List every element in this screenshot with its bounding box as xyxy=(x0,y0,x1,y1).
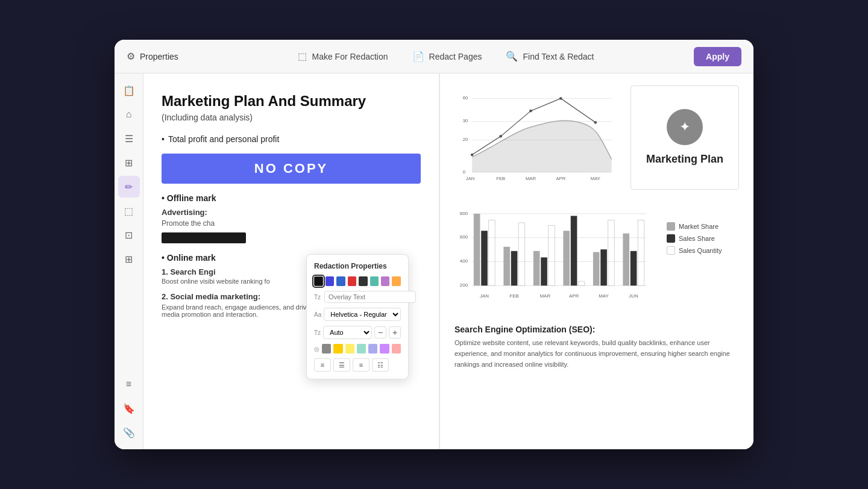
svg-text:APR: APR xyxy=(556,176,565,181)
svg-text:0: 0 xyxy=(463,169,465,175)
marketing-plan-icon-circle: ✦ xyxy=(667,109,703,145)
sidebar-item-layers[interactable]: ≡ xyxy=(118,373,140,395)
main-layout: 📋 ⌂ ☰ ⊞ ✏ ⬚ ⊡ ⊞ ≡ 🔖 📎 Marketing Plan And… xyxy=(115,73,753,449)
svg-text:MAY: MAY xyxy=(599,293,609,298)
sidebar-item-copy[interactable]: ⬚ xyxy=(118,200,140,222)
sidebar-item-redact[interactable]: ✏ xyxy=(118,176,140,198)
overlay-label-icon: Tz xyxy=(314,294,321,301)
sidebar-item-attach[interactable]: 📎 xyxy=(118,422,140,443)
black-redact-block xyxy=(162,232,246,243)
sidebar-item-list[interactable]: ☰ xyxy=(118,128,140,149)
svg-rect-43 xyxy=(638,220,644,285)
size-select[interactable]: Auto xyxy=(323,326,372,339)
svg-rect-40 xyxy=(608,220,615,285)
text-color-violet[interactable] xyxy=(380,344,389,354)
redact-pages-icon: 📄 xyxy=(412,51,424,62)
legend-sales-quantity: Sales Quantity xyxy=(667,246,739,255)
tab-redact-pages[interactable]: 📄 Redact Pages xyxy=(412,48,482,64)
text-color-pink[interactable] xyxy=(392,344,401,354)
svg-rect-28 xyxy=(489,220,495,285)
color-swatch-blue[interactable] xyxy=(336,276,345,286)
align-center-button[interactable]: ☰ xyxy=(333,358,350,372)
tab-make-redaction[interactable]: ⬚ Make For Redaction xyxy=(298,48,388,64)
sidebar-item-home[interactable]: ⌂ xyxy=(118,104,140,125)
properties-label: Properties xyxy=(140,52,178,61)
bar-chart-svg: 800 600 400 200 xyxy=(454,204,657,311)
size-label-icon: Tz xyxy=(314,329,321,336)
svg-rect-38 xyxy=(593,252,600,285)
color-swatch-blue-dark[interactable] xyxy=(326,276,334,286)
svg-text:800: 800 xyxy=(460,210,468,216)
svg-text:200: 200 xyxy=(460,282,468,288)
toolbar-actions: Apply xyxy=(669,47,741,66)
toolbar-left: ⚙ Properties xyxy=(127,51,223,62)
sidebar-item-bookmark[interactable]: 🔖 xyxy=(118,397,140,419)
marketing-plan-icon: ✦ xyxy=(679,119,690,135)
svg-rect-30 xyxy=(511,251,518,285)
overlay-row: Tz xyxy=(314,291,401,303)
sidebar-item-stamp[interactable]: ⊡ xyxy=(118,224,140,246)
legend-color-sales-share xyxy=(667,234,675,243)
advertising-text: Promote the cha xyxy=(162,219,421,228)
svg-point-11 xyxy=(559,97,562,100)
svg-text:APR: APR xyxy=(569,293,579,298)
svg-text:MAY: MAY xyxy=(591,176,600,181)
apply-button[interactable]: Apply xyxy=(694,47,741,66)
text-color-green[interactable] xyxy=(357,344,366,354)
svg-rect-32 xyxy=(533,251,540,285)
legend-market-share: Market Share xyxy=(667,222,739,231)
font-row: Aa Helvetica - Regular xyxy=(314,308,401,321)
svg-text:FEB: FEB xyxy=(496,176,505,181)
color-swatch-purple[interactable] xyxy=(381,276,389,286)
bar-chart-container: 800 600 400 200 xyxy=(454,204,657,313)
svg-text:MAR: MAR xyxy=(539,293,550,298)
sidebar-item-grid[interactable]: ⊞ xyxy=(118,152,140,173)
color-swatch-red[interactable] xyxy=(348,276,356,286)
tab-find-redact[interactable]: 🔍 Find Text & Redact xyxy=(506,48,594,64)
align-justify-button[interactable]: ☷ xyxy=(372,358,389,372)
seo-section: Search Engine Optimization (SEO): Optimi… xyxy=(454,325,739,370)
app-window: ⚙ Properties ⬚ Make For Redaction 📄 Reda… xyxy=(115,40,753,449)
line-chart-svg: 60 30 20 0 xyxy=(454,86,621,187)
svg-point-8 xyxy=(471,154,474,157)
marketing-plan-box: ✦ Marketing Plan xyxy=(631,86,739,190)
doc-subtitle: (Including data analysis) xyxy=(162,113,421,122)
seo-title: Search Engine Optimization (SEO): xyxy=(454,325,739,334)
properties-icon: ⚙ xyxy=(127,51,135,62)
size-decrease-button[interactable]: − xyxy=(374,326,386,338)
svg-rect-33 xyxy=(541,257,547,285)
size-increase-button[interactable]: + xyxy=(389,326,401,338)
sidebar-item-document[interactable]: 📋 xyxy=(118,79,140,101)
svg-rect-37 xyxy=(578,281,585,285)
svg-rect-39 xyxy=(600,249,607,285)
legend-color-market-share xyxy=(667,222,675,231)
popup-title: Redaction Properties xyxy=(314,262,401,270)
font-select[interactable]: Helvetica - Regular xyxy=(324,308,401,321)
legend-color-sales-quantity xyxy=(667,246,675,255)
color-swatch-orange[interactable] xyxy=(392,276,400,286)
svg-point-10 xyxy=(529,110,532,113)
content-area: Marketing Plan And Summary (Including da… xyxy=(143,73,753,449)
overlay-text-input[interactable] xyxy=(324,291,416,303)
advertising-label: Advertising: xyxy=(162,208,421,217)
align-right-button[interactable]: ≡ xyxy=(353,358,370,372)
text-color-yellow[interactable] xyxy=(333,344,342,354)
text-color-light-yellow[interactable] xyxy=(345,344,354,354)
text-color-light-blue[interactable] xyxy=(368,344,377,354)
svg-rect-35 xyxy=(563,231,570,285)
sidebar-item-share[interactable]: ⊞ xyxy=(118,248,140,270)
svg-rect-27 xyxy=(481,231,488,285)
svg-text:FEB: FEB xyxy=(509,293,518,298)
svg-text:JUN: JUN xyxy=(629,293,638,298)
redaction-block[interactable]: NO COPY xyxy=(162,154,421,184)
seo-text: Optimize website content, use relevant k… xyxy=(454,338,739,370)
text-color-icon: ◎ xyxy=(314,346,319,352)
svg-rect-34 xyxy=(549,225,555,285)
align-row: ≡ ☰ ≡ ☷ xyxy=(314,358,401,372)
color-swatch-teal[interactable] xyxy=(370,276,379,286)
text-color-gray[interactable] xyxy=(322,344,331,354)
color-swatch-black[interactable] xyxy=(314,276,323,286)
find-redact-icon: 🔍 xyxy=(506,51,518,62)
align-left-button[interactable]: ≡ xyxy=(314,358,331,372)
color-swatch-dark[interactable] xyxy=(359,276,367,286)
